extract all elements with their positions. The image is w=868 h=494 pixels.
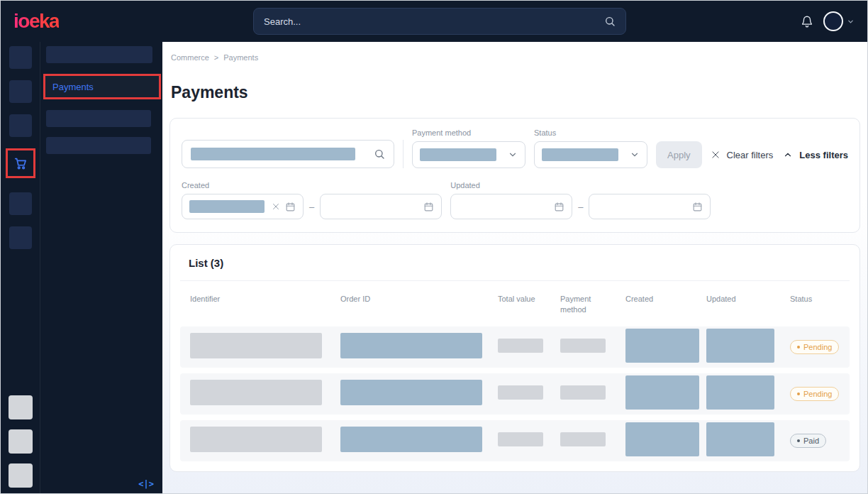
- sidebar-bottom-icon-3[interactable]: [9, 463, 33, 488]
- payment-method-label: Payment method: [412, 128, 525, 137]
- redacted-total-value-cell: [498, 385, 543, 400]
- redacted-payment-method-cell: [560, 385, 606, 400]
- payment-method-field: Payment method: [412, 128, 525, 168]
- column-order-id: Order ID: [340, 294, 498, 304]
- less-filters-button[interactable]: Less filters: [783, 141, 848, 168]
- redacted-created-cell: [625, 329, 699, 363]
- calendar-icon: [692, 202, 703, 212]
- sidebar-bottom-icon-2[interactable]: [9, 429, 33, 454]
- sidebar-item-redacted-2[interactable]: [46, 110, 151, 127]
- highlight-box-payments: Payments: [43, 74, 161, 99]
- calendar-icon: [423, 202, 434, 212]
- sidebar-icon-redacted-4[interactable]: [9, 192, 32, 215]
- status-label: Status: [534, 128, 647, 137]
- redacted-identifier-cell: [190, 380, 322, 405]
- apply-button[interactable]: Apply: [656, 141, 702, 168]
- status-badge: Paid: [790, 434, 826, 448]
- updated-to-input[interactable]: [589, 194, 711, 219]
- global-search-input[interactable]: [264, 16, 604, 27]
- filter-search-input[interactable]: [182, 140, 394, 168]
- redacted-updated-cell: [706, 375, 774, 410]
- created-to-input[interactable]: [320, 194, 442, 219]
- calendar-icon: [285, 202, 296, 212]
- redacted-order-id-cell: [340, 427, 482, 452]
- highlight-box-cart: [6, 148, 35, 178]
- redacted-identifier-cell: [190, 427, 322, 452]
- column-total-value: Total value: [498, 294, 560, 304]
- redacted-payment-method-cell: [560, 339, 606, 353]
- filters-row-1: Payment method Status: [182, 128, 848, 168]
- updated-from-input[interactable]: [450, 194, 572, 219]
- avatar: [823, 11, 843, 31]
- sidebar-icon-rail: [1, 42, 40, 493]
- redacted-order-id-cell: [340, 380, 482, 405]
- redacted-payment-method-value: [420, 148, 496, 161]
- status-select[interactable]: [534, 141, 647, 168]
- table-row[interactable]: Pending: [180, 373, 850, 415]
- search-icon: [374, 148, 385, 160]
- updated-date-pair: –: [450, 194, 711, 219]
- global-search[interactable]: [253, 8, 626, 35]
- close-icon: [711, 150, 720, 160]
- sidebar-icon-redacted-2[interactable]: [9, 80, 32, 103]
- status-dot-icon: [797, 346, 800, 348]
- redacted-created-from-value: [189, 200, 265, 213]
- breadcrumb-commerce[interactable]: Commerce: [171, 53, 209, 62]
- breadcrumb-payments: Payments: [223, 53, 258, 62]
- sidebar-collapse-toggle[interactable]: <|>: [138, 479, 154, 489]
- sidebar-icon-redacted-1[interactable]: [9, 46, 32, 69]
- date-range-separator: –: [309, 202, 314, 212]
- filters-divider: [403, 140, 404, 168]
- search-icon: [604, 16, 616, 27]
- list-title-row: List (3): [180, 245, 850, 281]
- user-menu-button[interactable]: [823, 11, 855, 31]
- created-from-input[interactable]: [182, 194, 304, 219]
- payment-method-select[interactable]: [412, 141, 525, 168]
- clear-date-button[interactable]: [272, 202, 280, 211]
- sidebar-bottom-icon-1[interactable]: [9, 395, 33, 419]
- less-filters-label: Less filters: [799, 150, 848, 160]
- breadcrumb-separator: >: [214, 53, 218, 62]
- redacted-order-id-cell: [340, 333, 482, 358]
- clear-filters-button[interactable]: Clear filters: [711, 141, 774, 168]
- sidebar-icon-redacted-3[interactable]: [9, 114, 32, 137]
- sidebar-item-redacted-3[interactable]: [46, 137, 151, 154]
- filters-panel: Payment method Status: [169, 118, 860, 233]
- shopping-cart-icon: [13, 155, 28, 171]
- commerce-nav-button[interactable]: [9, 152, 32, 175]
- list-title: List (3): [189, 257, 223, 269]
- status-dot-icon: [797, 393, 800, 395]
- redacted-payment-method-cell: [560, 432, 606, 446]
- column-payment-method: Payment method: [560, 294, 625, 315]
- status-field: Status: [534, 128, 647, 168]
- table-row[interactable]: Paid: [180, 420, 850, 461]
- table-row[interactable]: Pending: [180, 326, 850, 368]
- payments-list-panel: List (3) Identifier Order ID Total value…: [169, 244, 860, 472]
- created-label: Created: [182, 181, 442, 190]
- sidebar-icon-redacted-5[interactable]: [9, 226, 32, 249]
- sidebar-item-payments[interactable]: Payments: [45, 76, 159, 97]
- app-window: ioeka: [0, 0, 868, 494]
- sidebar: Payments <|>: [1, 42, 162, 493]
- chevron-down-icon: [508, 150, 518, 160]
- sidebar-item-redacted-1[interactable]: [46, 46, 152, 63]
- page-title: Payments: [169, 83, 860, 102]
- column-identifier: Identifier: [190, 294, 340, 304]
- topbar: ioeka: [1, 1, 867, 42]
- redacted-updated-cell: [706, 422, 774, 456]
- column-updated: Updated: [706, 294, 790, 304]
- status-badge: Pending: [790, 340, 839, 354]
- redacted-search-value: [191, 148, 355, 160]
- date-range-separator: –: [578, 202, 583, 212]
- status-badge: Pending: [790, 387, 839, 401]
- notifications-button[interactable]: [801, 15, 813, 28]
- created-date-pair: –: [182, 194, 442, 219]
- filters-row-2: Created: [182, 181, 848, 219]
- breadcrumb: Commerce > Payments: [169, 53, 860, 62]
- sidebar-submenu: Payments <|>: [40, 42, 162, 493]
- chevron-down-icon: [630, 150, 640, 160]
- topbar-actions: [801, 11, 855, 31]
- app-logo: ioeka: [13, 10, 59, 33]
- redacted-identifier-cell: [190, 333, 322, 358]
- created-date-group: Created: [182, 181, 442, 219]
